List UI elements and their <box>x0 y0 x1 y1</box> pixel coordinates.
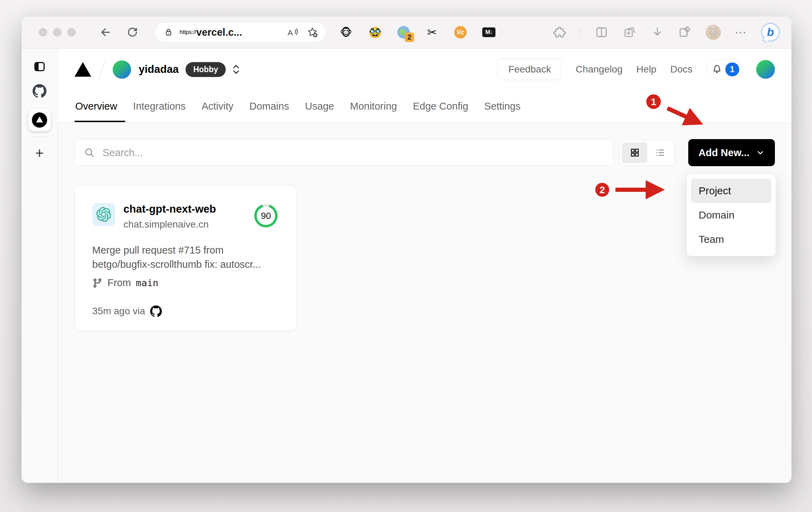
commit-line-1: Merge pull request #715 from <box>92 243 279 257</box>
deployment-time: 35m ago via <box>92 306 145 317</box>
team-avatar[interactable] <box>113 60 131 79</box>
tab-edge-config[interactable]: Edge Config <box>405 90 476 122</box>
toolbar-divider <box>580 27 581 37</box>
downloads-icon[interactable] <box>651 26 664 39</box>
markdown-extension-icon[interactable]: M↓ <box>482 27 495 37</box>
add-favorite-icon[interactable] <box>306 26 318 38</box>
sidebar-panel-icon <box>33 60 46 73</box>
refresh-icon <box>127 26 138 38</box>
dropdown-item-team[interactable]: Team <box>691 227 771 251</box>
lighthouse-score-ring: 90 <box>253 203 279 229</box>
settings-more-icon[interactable]: ⋯ <box>735 25 747 39</box>
sidebar-add-button[interactable]: + <box>35 146 44 161</box>
tab-monitoring[interactable]: Monitoring <box>342 90 405 122</box>
collections-icon[interactable] <box>622 25 637 39</box>
zoom-window-button[interactable] <box>67 28 76 36</box>
back-arrow-icon <box>99 26 112 39</box>
search-box[interactable] <box>75 139 613 166</box>
browser-window: https:// vercel.c... A 🐵 🥸 2 ✂ Vc M↓ 🐱 ⋯… <box>21 16 792 483</box>
dashboard-content: Add New... chat-gpt-next-web chat.simple… <box>58 122 792 483</box>
github-source-icon <box>150 305 162 317</box>
list-view-button[interactable] <box>647 142 673 163</box>
chevron-down-icon <box>756 148 765 157</box>
clipper-extension-icon[interactable]: ✂ <box>425 25 439 39</box>
dashboard-header: yidadaa Hobby Feedback Changelog Help Do… <box>58 49 792 122</box>
tab-settings[interactable]: Settings <box>476 90 529 122</box>
sidebar-item-vercel-active[interactable] <box>28 109 51 131</box>
vc-extension-icon[interactable]: Vc <box>454 26 467 39</box>
tab-activity[interactable]: Activity <box>193 90 241 122</box>
openai-logo-icon <box>96 207 111 222</box>
read-aloud-icon[interactable]: A <box>286 27 298 37</box>
extensions-row: 🐵 🥸 2 ✂ Vc M↓ <box>339 25 496 39</box>
extensions-puzzle-icon[interactable] <box>553 25 567 39</box>
bing-chat-icon[interactable]: b <box>761 23 780 42</box>
changelog-link[interactable]: Changelog <box>576 64 622 75</box>
project-name[interactable]: chat-gpt-next-web <box>123 203 216 215</box>
bell-icon <box>711 64 723 75</box>
grid-view-icon <box>630 147 640 158</box>
lock-icon <box>164 27 173 37</box>
notifications-button[interactable]: 1 <box>706 59 742 80</box>
project-favicon <box>92 203 115 226</box>
dropdown-item-domain[interactable]: Domain <box>691 203 771 227</box>
git-branch-icon <box>92 278 103 288</box>
project-card[interactable]: chat-gpt-next-web chat.simplenaive.cn 90 <box>75 185 296 331</box>
vercel-dashboard: yidadaa Hobby Feedback Changelog Help Do… <box>58 49 792 483</box>
browser-profile-avatar[interactable]: 🐱 <box>706 25 721 40</box>
tab-overview[interactable]: Overview <box>75 90 125 122</box>
project-domain[interactable]: chat.simplenaive.cn <box>123 219 216 230</box>
chevron-updown-icon <box>232 63 240 75</box>
back-button[interactable] <box>98 25 113 40</box>
sidebar-item-github[interactable] <box>33 84 46 98</box>
branch-name: main <box>136 278 158 288</box>
tab-integrations[interactable]: Integrations <box>125 90 194 122</box>
traffic-lights <box>39 28 76 36</box>
add-new-button[interactable]: Add New... <box>688 139 775 166</box>
tab-usage[interactable]: Usage <box>297 90 342 122</box>
svg-text:A: A <box>287 28 293 37</box>
feedback-button[interactable]: Feedback <box>498 59 562 80</box>
translate-extension-icon[interactable]: 2 <box>397 26 410 39</box>
url-scheme: https:// <box>180 29 196 35</box>
breadcrumb-slash <box>99 60 105 78</box>
docs-link[interactable]: Docs <box>670 64 692 75</box>
vercel-circle-icon <box>32 112 47 128</box>
search-input[interactable] <box>103 147 604 159</box>
view-toggle <box>620 140 675 165</box>
list-view-icon <box>655 147 665 158</box>
grid-view-button[interactable] <box>622 142 647 163</box>
plan-badge: Hobby <box>185 62 226 77</box>
url-host: vercel.c... <box>196 27 242 38</box>
address-bar[interactable]: https:// vercel.c... A <box>155 23 325 42</box>
browser-essentials-icon[interactable] <box>678 25 692 39</box>
browser-controls: 🐱 ⋯ b <box>553 23 780 42</box>
help-link[interactable]: Help <box>637 64 657 75</box>
team-name[interactable]: yidadaa <box>139 63 179 76</box>
split-screen-icon[interactable] <box>595 25 608 39</box>
refresh-button[interactable] <box>125 25 140 40</box>
notification-count-badge: 1 <box>725 62 739 76</box>
dropdown-item-project[interactable]: Project <box>691 179 771 203</box>
team-switcher-button[interactable] <box>232 63 240 75</box>
score-value: 90 <box>253 203 279 229</box>
tampermonkey-extension-icon[interactable]: 🐵 <box>339 25 353 39</box>
extension-badge: 2 <box>405 33 414 42</box>
edge-sidebar: + <box>21 49 58 483</box>
search-icon <box>84 147 95 158</box>
sidebar-toggle-button[interactable] <box>33 60 46 73</box>
user-avatar[interactable] <box>756 60 775 79</box>
commit-message: Merge pull request #715 from betgo/bugfi… <box>92 243 279 272</box>
commit-line-2: betgo/bugfix-scrollthumb fix: autoscr... <box>92 257 279 272</box>
add-new-dropdown: Project Domain Team <box>686 174 776 256</box>
tab-domains[interactable]: Domains <box>241 90 297 122</box>
dashboard-tabs: Overview Integrations Activity Domains U… <box>75 90 775 122</box>
add-new-label: Add New... <box>698 147 749 159</box>
sidebar-divider <box>29 137 50 137</box>
persona-extension-icon[interactable]: 🥸 <box>368 25 382 39</box>
close-window-button[interactable] <box>39 28 47 36</box>
branch-row: From main <box>92 277 279 289</box>
browser-toolbar: https:// vercel.c... A 🐵 🥸 2 ✂ Vc M↓ 🐱 ⋯… <box>21 16 792 49</box>
minimize-window-button[interactable] <box>53 28 61 36</box>
vercel-logo[interactable] <box>75 62 91 77</box>
